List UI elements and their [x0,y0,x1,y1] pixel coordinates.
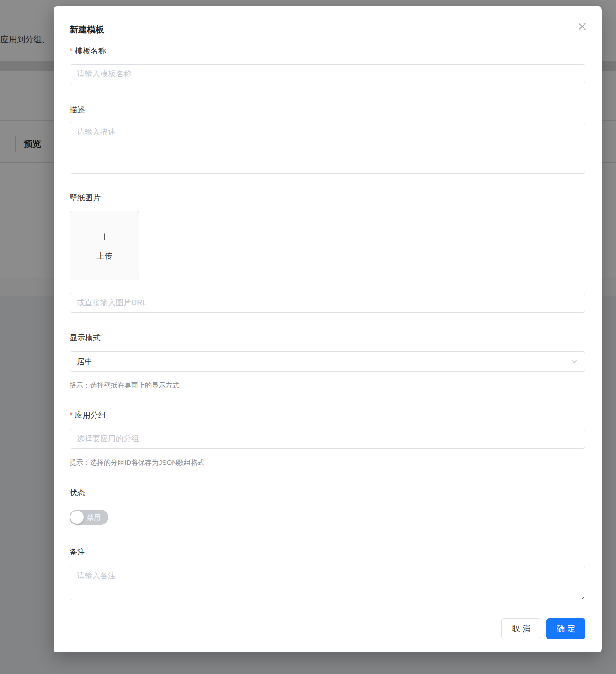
status-label: 状态 [70,487,585,498]
template-name-label: *模板名称 [70,46,585,57]
display-mode-hint: 提示：选择壁纸在桌面上的显示方式 [70,380,585,390]
status-toggle-state-label: 禁用 [87,510,101,525]
new-template-dialog: 新建模板 *模板名称 描述 壁纸图片 + 上传 显示模式 居中 提示：选择壁纸在… [54,6,602,652]
close-button[interactable] [576,21,588,32]
cancel-button[interactable]: 取 消 [501,618,541,639]
app-group-hint: 提示：选择的分组ID将保存为JSON数组格式 [70,458,585,467]
remark-label: 备注 [70,547,585,558]
display-mode-label: 显示模式 [70,333,585,344]
upload-label: 上传 [97,251,112,261]
dialog-title: 新建模板 [70,24,585,35]
chevron-down-icon [570,357,579,366]
display-mode-value: 居中 [77,356,92,367]
toggle-knob [70,511,84,524]
plus-icon: + [101,230,109,244]
template-name-label-text: 模板名称 [75,47,106,55]
close-icon [576,21,588,32]
description-textarea[interactable] [70,122,585,174]
dialog-footer: 取 消 确 定 [70,618,585,639]
display-mode-select[interactable]: 居中 [70,351,585,372]
remark-textarea[interactable] [70,566,585,600]
upload-dropzone[interactable]: + 上传 [70,211,139,280]
description-label: 描述 [70,104,585,115]
required-marker: * [70,411,73,420]
status-toggle[interactable]: 禁用 [70,510,108,525]
app-group-label: *应用分组 [70,410,585,421]
required-marker: * [70,47,73,55]
app-group-label-text: 应用分组 [75,411,106,420]
image-url-input[interactable] [70,293,585,313]
confirm-button[interactable]: 确 定 [546,618,585,639]
template-name-input[interactable] [70,64,585,84]
wallpaper-label: 壁纸图片 [70,193,585,204]
app-group-input[interactable] [70,429,585,449]
